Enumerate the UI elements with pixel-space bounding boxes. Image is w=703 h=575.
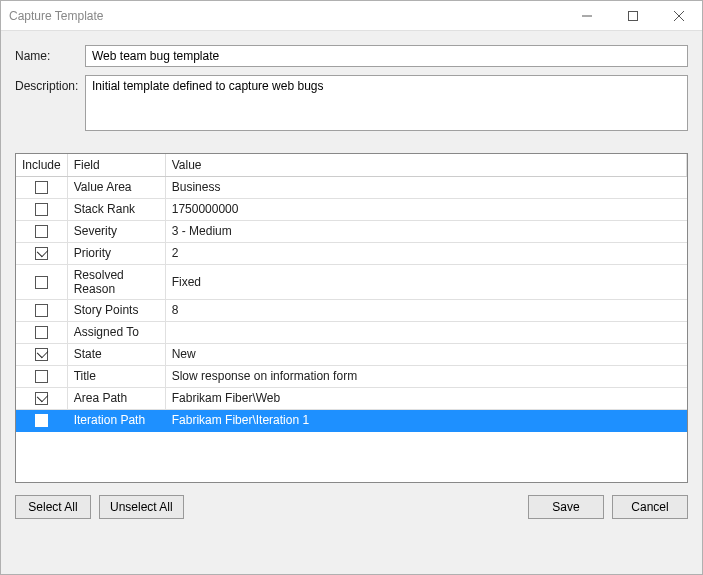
button-spacer bbox=[192, 495, 520, 519]
name-row: Name: bbox=[15, 45, 688, 67]
header-value[interactable]: Value bbox=[165, 154, 686, 176]
close-icon[interactable] bbox=[656, 1, 702, 30]
include-checkbox[interactable] bbox=[35, 247, 48, 260]
field-cell: Stack Rank bbox=[67, 198, 165, 220]
header-include[interactable]: Include bbox=[16, 154, 67, 176]
include-cell bbox=[16, 220, 67, 242]
minimize-icon[interactable] bbox=[564, 1, 610, 30]
field-cell: Priority bbox=[67, 242, 165, 264]
include-cell bbox=[16, 409, 67, 431]
table-row[interactable]: Iteration PathFabrikam Fiber\Iteration 1 bbox=[16, 409, 687, 431]
fields-table: Include Field Value Value AreaBusinessSt… bbox=[16, 154, 687, 432]
table-row[interactable]: Assigned To bbox=[16, 321, 687, 343]
table-row[interactable]: Area PathFabrikam Fiber\Web bbox=[16, 387, 687, 409]
field-cell: Story Points bbox=[67, 299, 165, 321]
value-cell: Fabrikam Fiber\Web bbox=[165, 387, 686, 409]
include-checkbox[interactable] bbox=[35, 225, 48, 238]
table-row[interactable]: Value AreaBusiness bbox=[16, 176, 687, 198]
include-cell bbox=[16, 299, 67, 321]
description-label: Description: bbox=[15, 75, 85, 93]
value-cell: 3 - Medium bbox=[165, 220, 686, 242]
value-cell: 1750000000 bbox=[165, 198, 686, 220]
value-cell: 2 bbox=[165, 242, 686, 264]
table-row[interactable]: StateNew bbox=[16, 343, 687, 365]
select-all-button[interactable]: Select All bbox=[15, 495, 91, 519]
maximize-icon[interactable] bbox=[610, 1, 656, 30]
include-cell bbox=[16, 343, 67, 365]
include-checkbox[interactable] bbox=[35, 181, 48, 194]
window-title: Capture Template bbox=[9, 9, 564, 23]
table-row[interactable]: Stack Rank1750000000 bbox=[16, 198, 687, 220]
field-cell: Severity bbox=[67, 220, 165, 242]
field-cell: Iteration Path bbox=[67, 409, 165, 431]
field-cell: Title bbox=[67, 365, 165, 387]
unselect-all-button[interactable]: Unselect All bbox=[99, 495, 184, 519]
include-checkbox[interactable] bbox=[35, 348, 48, 361]
table-row[interactable]: Resolved ReasonFixed bbox=[16, 264, 687, 299]
titlebar: Capture Template bbox=[1, 1, 702, 31]
value-cell: Fixed bbox=[165, 264, 686, 299]
value-cell: Slow response on information form bbox=[165, 365, 686, 387]
table-header-row: Include Field Value bbox=[16, 154, 687, 176]
dialog-window: Capture Template Name: Description: Init… bbox=[0, 0, 703, 575]
description-input[interactable]: Initial template defined to capture web … bbox=[85, 75, 688, 131]
button-row: Select All Unselect All Save Cancel bbox=[15, 495, 688, 519]
cancel-button[interactable]: Cancel bbox=[612, 495, 688, 519]
value-cell: Fabrikam Fiber\Iteration 1 bbox=[165, 409, 686, 431]
save-button[interactable]: Save bbox=[528, 495, 604, 519]
header-field[interactable]: Field bbox=[67, 154, 165, 176]
field-cell: Resolved Reason bbox=[67, 264, 165, 299]
include-cell bbox=[16, 321, 67, 343]
table-row[interactable]: TitleSlow response on information form bbox=[16, 365, 687, 387]
include-cell bbox=[16, 387, 67, 409]
value-cell bbox=[165, 321, 686, 343]
value-cell: New bbox=[165, 343, 686, 365]
include-cell bbox=[16, 264, 67, 299]
table-row[interactable]: Severity3 - Medium bbox=[16, 220, 687, 242]
field-cell: Value Area bbox=[67, 176, 165, 198]
name-input[interactable] bbox=[85, 45, 688, 67]
value-cell: Business bbox=[165, 176, 686, 198]
field-cell: State bbox=[67, 343, 165, 365]
value-cell: 8 bbox=[165, 299, 686, 321]
include-checkbox[interactable] bbox=[35, 370, 48, 383]
svg-rect-1 bbox=[629, 11, 638, 20]
description-row: Description: Initial template defined to… bbox=[15, 75, 688, 131]
include-cell bbox=[16, 198, 67, 220]
table-row[interactable]: Priority2 bbox=[16, 242, 687, 264]
include-checkbox[interactable] bbox=[35, 414, 48, 427]
include-cell bbox=[16, 176, 67, 198]
include-checkbox[interactable] bbox=[35, 392, 48, 405]
include-cell bbox=[16, 242, 67, 264]
field-cell: Assigned To bbox=[67, 321, 165, 343]
include-checkbox[interactable] bbox=[35, 326, 48, 339]
table-row[interactable]: Story Points8 bbox=[16, 299, 687, 321]
include-checkbox[interactable] bbox=[35, 304, 48, 317]
name-label: Name: bbox=[15, 45, 85, 63]
include-checkbox[interactable] bbox=[35, 203, 48, 216]
window-controls bbox=[564, 1, 702, 30]
include-cell bbox=[16, 365, 67, 387]
field-cell: Area Path bbox=[67, 387, 165, 409]
include-checkbox[interactable] bbox=[35, 276, 48, 289]
dialog-content: Name: Description: Initial template defi… bbox=[1, 31, 702, 574]
fields-table-container: Include Field Value Value AreaBusinessSt… bbox=[15, 153, 688, 483]
